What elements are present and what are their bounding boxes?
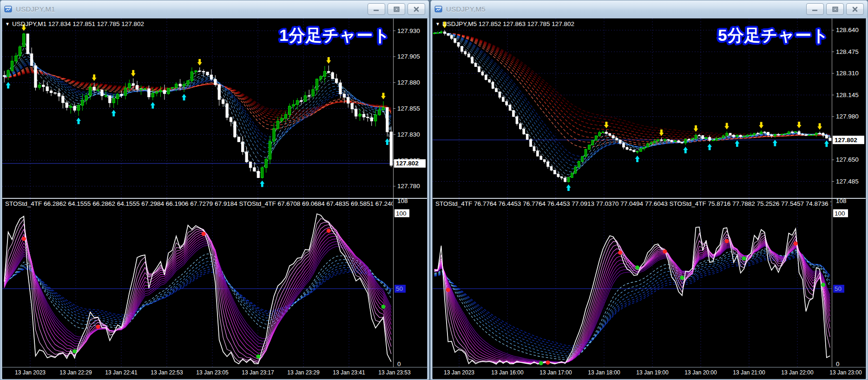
time-label: 13 Jan 23:17 (242, 369, 274, 376)
time-label: 13 Jan 21:00 (733, 369, 765, 376)
indicator-svg[interactable]: 108100500 (2, 199, 427, 367)
mdi-workspace: USDJPY,M1 ▼USDJPY,M1 127.834 127.851 127… (0, 0, 868, 380)
svg-text:100: 100 (396, 210, 407, 217)
indicator-pane-m1[interactable]: STOStd_4TF 66.2862 64.1555 66.2862 64.15… (2, 198, 427, 367)
indicator-header: STOStd_4TF 66.2862 64.1555 66.2862 64.15… (5, 200, 393, 207)
chart-window-m1[interactable]: USDJPY,M1 ▼USDJPY,M1 127.834 127.851 127… (0, 0, 429, 380)
close-button[interactable] (408, 3, 425, 15)
main-chart-pane-m5[interactable]: ▼USDJPY,M5 127.852 127.863 127.785 127.8… (433, 19, 866, 198)
restore-icon (832, 7, 838, 12)
svg-text:50: 50 (835, 285, 842, 292)
svg-text:128.310: 128.310 (836, 70, 859, 77)
main-chart-pane-m1[interactable]: ▼USDJPY,M1 127.834 127.851 127.785 127.8… (2, 19, 427, 198)
time-axis-m1[interactable]: 13 Jan 202313 Jan 22:2913 Jan 22:4113 Ja… (2, 367, 427, 379)
indicator-svg[interactable]: 108100500 (433, 199, 866, 367)
time-label: 13 Jan 23:05 (196, 369, 228, 376)
time-label: 13 Jan 23:41 (333, 369, 365, 376)
time-label: 13 Jan 22:53 (151, 369, 183, 376)
minimize-icon (373, 7, 380, 12)
chart-window-m5[interactable]: USDJPY,M5 ▼USDJPY,M5 127.852 127.863 127… (430, 0, 868, 380)
symbol-dropdown-icon[interactable]: ▼ (5, 21, 10, 26)
svg-text:127.802: 127.802 (396, 160, 419, 167)
svg-text:128.640: 128.640 (836, 26, 859, 33)
time-axis-m5[interactable]: 13 Jan 202313 Jan 16:0013 Jan 17:0013 Ja… (433, 367, 866, 379)
time-label: 13 Jan 22:41 (105, 369, 137, 376)
ohlc-readout: ▼USDJPY,M5 127.852 127.863 127.785 127.8… (435, 20, 574, 27)
minimize-button[interactable] (368, 3, 385, 15)
time-label: 13 Jan 17:00 (539, 369, 572, 376)
time-label: 13 Jan 2023 (15, 369, 46, 376)
chart-content-m5[interactable]: ▼USDJPY,M5 127.852 127.863 127.785 127.8… (432, 18, 866, 379)
time-label: 13 Jan 22:29 (59, 369, 92, 376)
svg-text:100: 100 (835, 210, 845, 217)
timeframe-label-m5: 5分足チャート (718, 25, 829, 46)
time-label: 13 Jan 16:00 (491, 369, 523, 376)
svg-text:127.880: 127.880 (397, 79, 420, 86)
titlebar-m1[interactable]: USDJPY,M1 (0, 0, 429, 18)
svg-text:127.930: 127.930 (397, 27, 420, 34)
ohlc-line: USDJPY,M1 127.834 127.851 127.785 127.80… (12, 20, 144, 27)
svg-text:127.855: 127.855 (397, 105, 420, 112)
svg-text:108: 108 (836, 199, 847, 204)
timeframe-label-m1: 1分足チャート (279, 25, 390, 46)
chart-content-m1[interactable]: ▼USDJPY,M1 127.834 127.851 127.785 127.8… (2, 18, 427, 379)
svg-text:128.475: 128.475 (836, 48, 859, 55)
window-title: USDJPY,M5 (446, 5, 486, 13)
restore-button[interactable] (826, 3, 844, 15)
ohlc-line: USDJPY,M5 127.852 127.863 127.785 127.80… (442, 20, 574, 27)
svg-text:127.980: 127.980 (836, 113, 859, 120)
close-button[interactable] (846, 3, 864, 15)
svg-text:127.905: 127.905 (397, 53, 420, 60)
svg-text:0: 0 (836, 360, 840, 367)
titlebar-m5[interactable]: USDJPY,M5 (431, 0, 868, 18)
time-label: 13 Jan 19:00 (636, 369, 668, 376)
minimize-button[interactable] (806, 3, 824, 15)
chart-window-icon (4, 6, 13, 13)
time-label: 13 Jan 2023 (444, 369, 474, 376)
svg-text:0: 0 (397, 360, 401, 367)
time-label: 13 Jan 18:00 (588, 369, 620, 376)
restore-icon (394, 7, 400, 12)
window-title: USDJPY,M1 (16, 5, 55, 13)
minimize-icon (812, 7, 818, 12)
svg-text:127.650: 127.650 (836, 156, 859, 163)
close-icon (852, 7, 858, 12)
symbol-dropdown-icon[interactable]: ▼ (435, 21, 440, 26)
time-label: 13 Jan 20:00 (684, 369, 717, 376)
svg-text:127.780: 127.780 (397, 183, 420, 190)
indicator-header: STOStd_4TF 76.7764 76.4453 76.7764 76.44… (435, 200, 831, 207)
chart-window-icon (434, 6, 443, 13)
time-label: 13 Jan 23:53 (378, 369, 410, 376)
svg-text:128.145: 128.145 (836, 92, 859, 98)
time-label: 13 Jan 23:29 (287, 369, 319, 376)
restore-button[interactable] (388, 3, 405, 15)
ohlc-readout: ▼USDJPY,M1 127.834 127.851 127.785 127.8… (5, 20, 144, 27)
indicator-pane-m5[interactable]: STOStd_4TF 76.7764 76.4453 76.7764 76.44… (433, 198, 866, 367)
time-label: 13 Jan 23:00 (829, 369, 861, 376)
close-icon (414, 7, 419, 12)
time-label: 13 Jan 22:00 (781, 369, 813, 376)
svg-text:127.802: 127.802 (835, 137, 857, 144)
svg-text:108: 108 (397, 199, 408, 204)
svg-text:127.830: 127.830 (397, 131, 420, 138)
svg-text:50: 50 (396, 285, 403, 292)
svg-text:127.485: 127.485 (836, 178, 859, 185)
